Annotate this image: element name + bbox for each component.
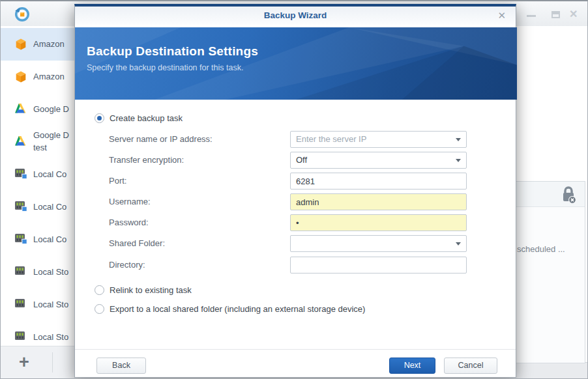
sidebar-item-google-drive-1[interactable]: Google D bbox=[1, 93, 74, 126]
local-server-badge-icon bbox=[15, 169, 27, 180]
sidebar-item-label: Amazon bbox=[33, 71, 74, 83]
radio-icon[interactable] bbox=[95, 285, 104, 295]
local-server-icon bbox=[15, 266, 27, 278]
chevron-down-icon bbox=[456, 159, 461, 162]
sidebar-item-amazon-2[interactable]: Amazon bbox=[1, 61, 74, 93]
sidebar-item-label: Google D test bbox=[33, 130, 74, 154]
google-drive-icon bbox=[15, 136, 27, 148]
local-server-icon bbox=[15, 331, 27, 343]
backup-wizard-dialog: Backup Wizard ✕ Backup Destination Setti… bbox=[74, 4, 516, 378]
sidebar-item-label: Local Sto bbox=[33, 299, 74, 311]
field-row: Server name or IP address: Enter the ser… bbox=[75, 131, 517, 148]
directory-input[interactable] bbox=[290, 257, 467, 274]
field-row: Password: bbox=[75, 214, 517, 231]
radio-label: Create backup task bbox=[110, 113, 183, 123]
server-ip-combo[interactable]: Enter the server IP bbox=[290, 131, 467, 148]
local-server-badge-icon bbox=[15, 234, 27, 246]
field-row: Shared Folder: bbox=[75, 235, 517, 252]
radio-label: Export to a local shared folder (includi… bbox=[110, 304, 365, 314]
sidebar-item-label: Local Co bbox=[33, 234, 74, 246]
dialog-banner: Backup Destination Settings Specify the … bbox=[75, 27, 517, 100]
hyper-backup-logo-icon[interactable] bbox=[14, 6, 31, 25]
sidebar-item-label: Google D bbox=[33, 104, 74, 116]
port-input[interactable] bbox=[290, 173, 467, 190]
next-button[interactable]: Next bbox=[389, 358, 435, 374]
server-ip-placeholder: Enter the server IP bbox=[296, 134, 366, 144]
sidebar-item-local-2[interactable]: Local Co bbox=[1, 191, 74, 223]
shared-folder-label: Shared Folder: bbox=[109, 235, 285, 252]
window-close-icon[interactable]: ✕ bbox=[569, 8, 578, 20]
field-row: Transfer encryption: Off bbox=[75, 152, 517, 169]
transfer-encryption-combo[interactable]: Off bbox=[290, 152, 467, 169]
chevron-down-icon bbox=[456, 138, 461, 141]
field-row: Port: bbox=[75, 173, 517, 190]
shared-folder-combo[interactable] bbox=[290, 235, 467, 252]
sidebar-item-local-1[interactable]: Local Co bbox=[1, 158, 74, 191]
dialog-titlebar: Backup Wizard ✕ bbox=[75, 7, 516, 25]
lock-x-icon[interactable] bbox=[560, 186, 577, 206]
password-label: Password: bbox=[109, 214, 285, 231]
add-task-button[interactable]: + bbox=[11, 352, 37, 372]
radio-relink-existing-task[interactable]: Relink to existing task bbox=[95, 285, 192, 295]
field-row: Directory: bbox=[75, 257, 517, 274]
sidebar-item-label: Local Co bbox=[33, 201, 74, 214]
sidebar-footer: + bbox=[1, 346, 74, 378]
cancel-button[interactable]: Cancel bbox=[444, 358, 497, 374]
radio-create-backup-task[interactable]: Create backup task bbox=[95, 113, 183, 123]
radio-export-local-folder[interactable]: Export to a local shared folder (includi… bbox=[95, 304, 365, 314]
maximize-icon[interactable] bbox=[551, 11, 560, 18]
dialog-close-icon[interactable]: ✕ bbox=[497, 10, 506, 21]
sidebar-item-amazon-1[interactable]: Amazon bbox=[1, 28, 74, 61]
sidebar-item-label: Local Co bbox=[33, 169, 74, 181]
banner-subtitle: Specify the backup destination for this … bbox=[87, 63, 258, 72]
sidebar-item-label: Local Sto bbox=[33, 331, 74, 344]
radio-icon[interactable] bbox=[95, 304, 104, 314]
directory-label: Directory: bbox=[109, 257, 285, 274]
port-label: Port: bbox=[109, 173, 285, 190]
sidebar-item-local-storage-1[interactable]: Local Sto bbox=[1, 256, 74, 288]
password-input[interactable] bbox=[290, 214, 467, 231]
username-input[interactable] bbox=[290, 193, 467, 210]
back-button[interactable]: Back bbox=[96, 358, 146, 374]
chevron-down-icon bbox=[456, 242, 461, 246]
server-label: Server name or IP address: bbox=[109, 131, 285, 148]
radio-label: Relink to existing task bbox=[110, 285, 192, 295]
encryption-label: Transfer encryption: bbox=[109, 152, 285, 169]
banner-title: Backup Destination Settings bbox=[87, 44, 258, 59]
sidebar: Amazon Amazon Google D Google D test Loc… bbox=[1, 1, 74, 346]
sidebar-item-label: Local Sto bbox=[33, 266, 74, 279]
hyper-backup-window: ✕ Amazon Amazon bbox=[0, 0, 588, 379]
dialog-title: Backup Wizard bbox=[75, 7, 516, 25]
schedule-status-text: scheduled ... bbox=[517, 244, 565, 254]
local-server-icon bbox=[15, 299, 27, 311]
dialog-footer: Back Next Cancel bbox=[75, 349, 516, 377]
sidebar-item-local-3[interactable]: Local Co bbox=[1, 223, 74, 256]
minimize-icon[interactable] bbox=[527, 15, 536, 17]
radio-selected-icon[interactable] bbox=[95, 113, 104, 123]
sidebar-item-google-drive-test[interactable]: Google D test bbox=[1, 126, 74, 158]
local-server-badge-icon bbox=[15, 201, 27, 213]
username-label: Username: bbox=[109, 193, 285, 210]
amazon-cube-icon bbox=[15, 71, 27, 83]
transfer-encryption-value: Off bbox=[296, 155, 307, 165]
sidebar-item-label: Amazon bbox=[33, 38, 74, 51]
sidebar-item-local-storage-2[interactable]: Local Sto bbox=[1, 288, 74, 321]
field-row: Username: bbox=[75, 193, 517, 210]
amazon-cube-icon bbox=[15, 38, 27, 50]
sidebar-footer-divider bbox=[52, 352, 53, 372]
google-drive-icon bbox=[15, 104, 27, 115]
